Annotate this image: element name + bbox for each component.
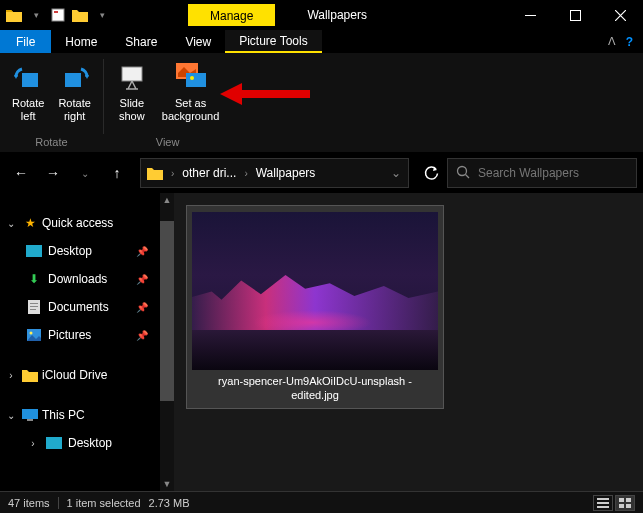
- sidebar-label: Desktop: [68, 436, 112, 450]
- chevron-right-icon[interactable]: ›: [242, 168, 249, 179]
- sidebar-item-downloads[interactable]: ⬇ Downloads 📌: [22, 265, 160, 293]
- svg-rect-4: [22, 73, 38, 87]
- manage-context-tab[interactable]: Manage: [188, 4, 275, 26]
- sidebar-item-icloud[interactable]: › iCloud Drive: [0, 361, 160, 389]
- svg-rect-21: [597, 498, 609, 500]
- thumbnails-view-button[interactable]: [615, 495, 635, 511]
- svg-rect-13: [30, 303, 38, 304]
- nav-bar: ← → ⌄ ↑ › other dri... › Wallpapers ⌄: [0, 153, 643, 193]
- scroll-down-icon[interactable]: ▼: [160, 477, 174, 491]
- ribbon-collapse-icon[interactable]: ᐱ: [608, 35, 616, 48]
- svg-rect-27: [626, 504, 631, 508]
- sidebar-item-this-pc[interactable]: ⌄ This PC: [0, 401, 160, 429]
- svg-rect-14: [30, 306, 38, 307]
- svg-rect-18: [22, 409, 38, 419]
- minimize-button[interactable]: [508, 0, 553, 30]
- chevron-down-icon[interactable]: ⌄: [4, 218, 18, 229]
- rotate-right-icon: [59, 61, 91, 93]
- file-item[interactable]: ryan-spencer-Um9AkOiIDcU-unsplash - edit…: [186, 205, 444, 409]
- new-folder-icon[interactable]: [72, 7, 88, 23]
- refresh-button[interactable]: [417, 158, 445, 188]
- svg-rect-22: [597, 502, 609, 504]
- status-item-count: 47 items: [8, 497, 59, 509]
- document-icon: [26, 299, 42, 315]
- qat-dropdown-icon[interactable]: ▾: [94, 7, 110, 23]
- ribbon-tabs: File Home Share View Picture Tools ᐱ ?: [0, 30, 643, 53]
- tab-share[interactable]: Share: [111, 30, 171, 53]
- svg-rect-19: [27, 419, 33, 421]
- sidebar-item-pictures[interactable]: Pictures 📌: [22, 321, 160, 349]
- folder-icon: [6, 7, 22, 23]
- chevron-right-icon[interactable]: ›: [26, 438, 40, 449]
- sidebar-item-desktop-pc[interactable]: › Desktop: [22, 429, 160, 457]
- address-seg-2[interactable]: Wallpapers: [250, 166, 322, 180]
- quick-access-toolbar: ▾ ▾: [0, 7, 116, 23]
- svg-rect-15: [30, 309, 36, 310]
- group-label-rotate: Rotate: [35, 136, 67, 150]
- address-seg-1[interactable]: other dri...: [176, 166, 242, 180]
- svg-rect-20: [46, 437, 62, 449]
- details-view-button[interactable]: [593, 495, 613, 511]
- svg-rect-2: [525, 15, 536, 16]
- svg-rect-6: [122, 67, 142, 81]
- rotate-left-label: Rotate left: [12, 97, 44, 123]
- window-title: Wallpapers: [307, 8, 367, 22]
- slideshow-label: Slide show: [119, 97, 145, 123]
- recent-dropdown[interactable]: ⌄: [70, 158, 100, 188]
- ribbon-group-rotate: Rotate left Rotate right Rotate: [0, 53, 103, 152]
- svg-rect-1: [54, 11, 58, 13]
- chevron-down-icon[interactable]: ▾: [28, 7, 44, 23]
- set-as-background-button[interactable]: Set as background: [156, 57, 226, 136]
- search-input[interactable]: [478, 166, 628, 180]
- set-background-label: Set as background: [162, 97, 220, 123]
- rotate-left-button[interactable]: Rotate left: [6, 57, 50, 136]
- help-icon[interactable]: ?: [626, 35, 633, 49]
- chevron-down-icon[interactable]: ⌄: [4, 410, 18, 421]
- sidebar-scrollbar[interactable]: ▲ ▼: [160, 193, 174, 491]
- sidebar-item-desktop[interactable]: Desktop 📌: [22, 237, 160, 265]
- ribbon-group-view: Slide show Set as background View: [104, 53, 232, 152]
- desktop-icon: [46, 435, 62, 451]
- properties-icon[interactable]: [50, 7, 66, 23]
- slideshow-button[interactable]: Slide show: [110, 57, 154, 136]
- rotate-right-button[interactable]: Rotate right: [52, 57, 96, 136]
- chevron-right-icon[interactable]: ›: [4, 370, 18, 381]
- search-box[interactable]: [447, 158, 637, 188]
- folder-icon: [22, 367, 38, 383]
- pin-icon: 📌: [136, 274, 148, 285]
- tab-home[interactable]: Home: [51, 30, 111, 53]
- red-arrow-annotation: [220, 79, 310, 109]
- svg-rect-26: [619, 504, 624, 508]
- sidebar-label: Pictures: [48, 328, 91, 342]
- scroll-up-icon[interactable]: ▲: [160, 193, 174, 207]
- sidebar-label: This PC: [42, 408, 85, 422]
- scroll-thumb[interactable]: [160, 221, 174, 401]
- tab-file[interactable]: File: [0, 30, 51, 53]
- address-folder-icon[interactable]: [141, 166, 169, 180]
- file-list[interactable]: ryan-spencer-Um9AkOiIDcU-unsplash - edit…: [174, 193, 643, 491]
- sidebar-item-quick-access[interactable]: ⌄ ★ Quick access: [0, 209, 160, 237]
- star-icon: ★: [22, 215, 38, 231]
- sidebar-label: Documents: [48, 300, 109, 314]
- status-selection: 1 item selected: [59, 497, 145, 509]
- chevron-right-icon[interactable]: ›: [169, 168, 176, 179]
- tab-picture-tools[interactable]: Picture Tools: [225, 30, 321, 53]
- svg-rect-5: [65, 73, 81, 87]
- pin-icon: 📌: [136, 330, 148, 341]
- tab-view[interactable]: View: [171, 30, 225, 53]
- back-button[interactable]: ←: [6, 158, 36, 188]
- pictures-icon: [26, 327, 42, 343]
- svg-rect-11: [26, 245, 42, 257]
- file-name: ryan-spencer-Um9AkOiIDcU-unsplash - edit…: [193, 370, 437, 402]
- svg-rect-24: [619, 498, 624, 502]
- address-bar[interactable]: › other dri... › Wallpapers ⌄: [140, 158, 409, 188]
- up-button[interactable]: ↑: [102, 158, 132, 188]
- sidebar-item-documents[interactable]: Documents 📌: [22, 293, 160, 321]
- maximize-button[interactable]: [553, 0, 598, 30]
- pc-icon: [22, 407, 38, 423]
- forward-button[interactable]: →: [38, 158, 68, 188]
- set-background-icon: [175, 61, 207, 93]
- svg-rect-3: [571, 10, 581, 20]
- close-button[interactable]: [598, 0, 643, 30]
- address-dropdown-icon[interactable]: ⌄: [384, 166, 408, 180]
